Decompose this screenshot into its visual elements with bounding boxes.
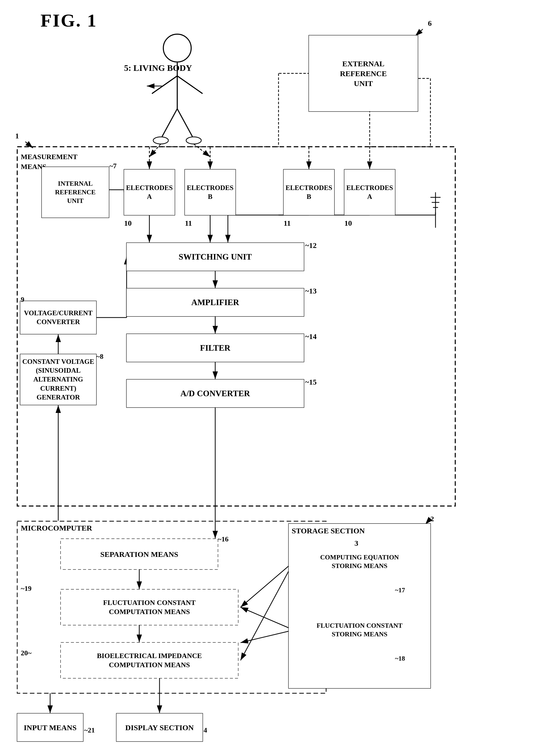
ref-2: 2 (431, 515, 434, 523)
external-reference-unit: EXTERNAL REFERENCE UNIT (309, 36, 418, 111)
ref-21: ~21 (84, 726, 95, 734)
electrodes-a-right: ELECTRODES A (344, 170, 395, 215)
svg-line-56 (162, 109, 177, 137)
svg-point-59 (186, 137, 201, 144)
electrodes-b-right: ELECTRODES B (284, 170, 334, 215)
ref-20: 20~ (21, 649, 32, 657)
ref-6: 6 (428, 19, 432, 27)
svg-line-62 (194, 144, 210, 157)
bioelectrical-computation: BIOELECTRICAL IMPEDANCE COMPUTATION MEAN… (61, 643, 238, 678)
electrodes-a-left: ELECTRODES A (124, 170, 175, 215)
ad-converter: A/D CONVERTER (127, 380, 304, 407)
svg-line-92 (240, 630, 294, 643)
ref-11b: 11 (284, 219, 291, 228)
ref-1: 1 (15, 132, 19, 140)
ref-10b: 10 (344, 219, 352, 228)
amplifier: AMPLIFIER (127, 289, 304, 316)
ref-18: ~18 (395, 655, 405, 663)
ref-7: ~7 (109, 162, 117, 170)
living-body-label: 5: LIVING BODY (124, 63, 192, 73)
svg-point-58 (153, 137, 168, 144)
ref-17: ~17 (395, 586, 405, 594)
svg-line-94 (240, 607, 294, 630)
ref-4: 4 (204, 726, 207, 734)
ref-19: ~19 (21, 584, 32, 592)
filter: FILTER (127, 334, 304, 362)
display-section: DISPLAY SECTION (116, 713, 203, 741)
ref-8: ~8 (96, 353, 104, 361)
switching-unit: SWITCHING UNIT (127, 243, 304, 271)
svg-line-104 (25, 142, 33, 148)
svg-line-105 (415, 29, 423, 36)
ref-3-arrow: 3 (354, 539, 358, 548)
svg-point-52 (163, 34, 191, 62)
electrodes-b-left: ELECTRODES B (185, 170, 235, 215)
fluctuation-storing: FLUCTUATION CONSTANT STORING MEANS (294, 607, 425, 653)
ref-16: ~16 (218, 535, 229, 543)
separation-means: SEPARATION MEANS (61, 539, 218, 569)
svg-line-91 (240, 562, 294, 607)
ref-14: ~14 (305, 332, 317, 341)
svg-line-57 (177, 109, 192, 137)
internal-reference-unit: INTERNAL REFERENCE UNIT (42, 167, 109, 217)
svg-line-55 (177, 76, 203, 93)
ref-9: 9 (21, 296, 24, 304)
ref-10a: 10 (124, 219, 132, 228)
ref-13: ~13 (305, 287, 317, 295)
ref-15: ~15 (305, 378, 317, 386)
input-means: INPUT MEANS (17, 713, 83, 741)
svg-line-54 (152, 76, 177, 93)
voltage-current-converter: VOLTAGE/CURRENT CONVERTER (20, 301, 96, 334)
constant-voltage-generator: CONSTANT VOLTAGE (SINUSOIDAL ALTERNATING… (20, 354, 96, 405)
computing-equation-storing: COMPUTING EQUATION STORING MEANS (294, 539, 425, 584)
svg-line-106 (425, 519, 431, 524)
svg-line-93 (240, 562, 294, 660)
ref-11a: 11 (185, 219, 192, 228)
fluctuation-computation: FLUCTUATION CONSTANT COMPUTATION MEANS (61, 589, 238, 625)
microcomputer-label: MICROCOMPUTER (21, 524, 92, 532)
svg-line-61 (149, 144, 161, 157)
fig-title: FIG. 1 (41, 10, 97, 31)
ref-12: ~12 (305, 241, 317, 250)
